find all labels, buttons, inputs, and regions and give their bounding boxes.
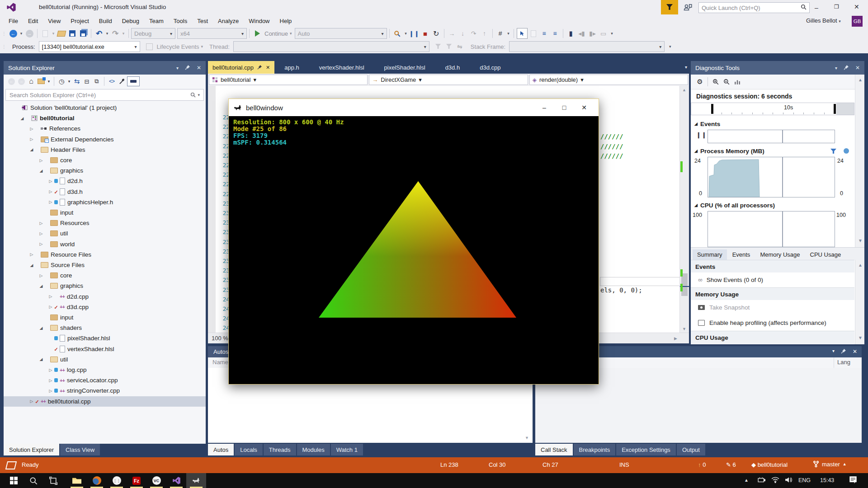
notification-center-icon[interactable] — [849, 476, 857, 485]
lifecycle-label[interactable]: Lifecycle Events — [157, 43, 199, 50]
scroll-down-icon[interactable]: ▼ — [858, 238, 863, 243]
expander-icon[interactable]: ◢ — [29, 263, 34, 267]
tab-autos[interactable]: Autos — [208, 444, 234, 455]
thread-marker-icon[interactable]: ⇋ — [455, 42, 465, 52]
chart-options-icon[interactable] — [732, 77, 742, 87]
tree-item-references[interactable]: ▷References — [4, 123, 206, 134]
edit-count[interactable]: ✎ 6 — [726, 461, 736, 468]
toolbar-grip[interactable]: ⋮ — [2, 31, 6, 36]
expander-icon[interactable]: ▷ — [29, 252, 34, 257]
tree-item-shaders[interactable]: ◢shaders — [4, 323, 206, 333]
autos-name-column[interactable]: Name — [212, 359, 228, 366]
tree-item-source-files[interactable]: ◢Source Files — [4, 260, 206, 270]
summary-scrollbar[interactable]: ▲ ▼ — [855, 260, 864, 344]
se-sync-icon[interactable]: ⇆ — [72, 77, 81, 86]
timeline-ruler[interactable]: 10s — [691, 103, 854, 115]
tray-wifi-icon[interactable] — [771, 477, 779, 484]
menu-edit[interactable]: Edit — [23, 14, 43, 27]
find-caret[interactable]: ▾ — [403, 28, 409, 38]
se-back-icon[interactable]: ← — [7, 77, 16, 86]
expander-icon[interactable]: ▷ — [48, 179, 53, 183]
branch-status[interactable]: master ▲ — [813, 460, 847, 468]
close-icon[interactable]: ✕ — [853, 348, 857, 355]
taskbar-search-icon[interactable] — [24, 473, 43, 488]
toolbar-overflow-caret[interactable]: ▾ — [609, 28, 615, 38]
solution-explorer-header[interactable]: Solution Explorer ▾ ✕ — [4, 61, 206, 75]
expander-icon[interactable]: ▷ — [48, 368, 53, 372]
tray-clock[interactable]: 15:43 — [820, 477, 834, 483]
save-all-icon[interactable] — [78, 28, 88, 38]
stack-frame-dropdown[interactable]: ▾ — [509, 41, 665, 52]
menu-analyze[interactable]: Analyze — [213, 14, 244, 27]
type-scope-dropdown[interactable]: → DirectXGame▾ — [369, 75, 528, 85]
se-history-caret[interactable]: ▾ — [67, 77, 71, 86]
minimize-icon[interactable]: – — [534, 104, 554, 111]
navigate-back-caret[interactable]: ▾ — [19, 28, 24, 38]
diag-tab-memory-usage[interactable]: Memory Usage — [755, 249, 804, 260]
redo-caret[interactable]: ▾ — [121, 28, 126, 38]
auto-dropdown[interactable]: Auto▾ — [295, 28, 387, 39]
menu-window[interactable]: Window — [244, 14, 274, 27]
menu-view[interactable]: View — [43, 14, 66, 27]
scroll-up-icon[interactable]: ▲ — [858, 77, 863, 82]
expander-icon[interactable]: ◢ — [38, 326, 44, 330]
menu-file[interactable]: File — [4, 14, 23, 27]
step-into-icon[interactable]: ↓ — [458, 28, 468, 38]
hex-display-icon[interactable]: # — [495, 28, 505, 38]
expander-icon[interactable]: ◢ — [38, 357, 44, 361]
bell0window-titlebar[interactable]: bell0window – □ ✕ — [229, 99, 599, 116]
tree-item-header-files[interactable]: ◢Header Files — [4, 145, 206, 155]
autos-scroll-down-icon[interactable]: ▼ — [525, 436, 529, 440]
se-pending-caret[interactable]: ▾ — [47, 77, 51, 86]
memory-section-header[interactable]: ◢ Process Memory (MB) — [691, 145, 854, 157]
tree-item-input[interactable]: input — [4, 312, 206, 323]
diag-tab-summary[interactable]: Summary — [693, 249, 727, 260]
se-show-all-files-icon[interactable]: ⧉ — [92, 77, 101, 86]
tab-class-view[interactable]: Class View — [60, 444, 100, 455]
tree-item-pixelshader-hlsl[interactable]: pixelShader.hlsl — [4, 333, 206, 343]
start-button[interactable] — [4, 473, 24, 488]
scroll-up-icon[interactable]: ▲ — [858, 263, 863, 267]
se-view-code-icon[interactable]: <> — [107, 77, 116, 86]
navigate-forward-icon[interactable]: → — [24, 28, 34, 38]
taskbar-vc-app[interactable]: VC — [146, 473, 166, 488]
tree-item-world[interactable]: ▷world — [4, 239, 206, 249]
tree-item-graphics[interactable]: ◢graphics — [4, 281, 206, 291]
menu-tools[interactable]: Tools — [169, 14, 192, 27]
diag-tab-events[interactable]: Events — [728, 249, 755, 260]
diagnostics-scrollbar[interactable]: ▲ ▼ — [855, 75, 864, 247]
tab-call-stack[interactable]: Call Stack — [535, 444, 573, 455]
tree-item-stringconverter-cpp[interactable]: ▷++stringConverter.cpp — [4, 385, 206, 396]
find-icon[interactable] — [392, 28, 402, 38]
tab-locals[interactable]: Locals — [235, 444, 263, 455]
se-collapse-all-icon[interactable]: ⊟ — [82, 77, 91, 86]
expander-icon[interactable]: ◢ — [29, 147, 34, 152]
taskbar-bell0window[interactable] — [186, 473, 206, 488]
expander-icon[interactable]: ▷ — [38, 273, 44, 278]
expander-icon[interactable]: ◢ — [38, 169, 44, 173]
events-section-header[interactable]: ◢ Events — [691, 118, 854, 130]
redo-icon[interactable]: ↷ — [110, 28, 120, 38]
thread-dropdown[interactable]: ▾ — [233, 41, 429, 52]
lifecycle-caret[interactable]: ▾ — [201, 44, 203, 49]
diagnostic-tools-header[interactable]: Diagnostic Tools ▾ ✕ — [691, 61, 864, 75]
hscroll-right-icon[interactable]: ▶ — [674, 336, 677, 341]
pin-icon[interactable] — [257, 64, 262, 71]
expander-icon[interactable]: ▷ — [38, 242, 44, 246]
bookmark-prev-icon[interactable]: ◂▮ — [577, 28, 587, 38]
expander-icon[interactable]: ▷ — [29, 399, 34, 404]
se-properties-icon[interactable] — [117, 77, 126, 86]
document-tab-app-h[interactable]: app.h — [274, 61, 309, 74]
doc-outline-icon[interactable] — [528, 28, 538, 38]
scroll-up-icon[interactable]: ▲ — [682, 88, 686, 92]
document-tab-bell0tutorial-cpp[interactable]: bell0tutorial.cpp✕ — [208, 61, 274, 74]
close-icon[interactable]: ✕ — [197, 65, 201, 71]
zoom-in-icon[interactable] — [711, 77, 721, 87]
taskbar-circle-app[interactable]: ⋮⋮ — [107, 473, 127, 488]
tray-language[interactable]: ENG — [798, 477, 811, 483]
tree-item-vertexshader-hlsl[interactable]: ✓vertexShader.hlsl — [4, 344, 206, 354]
menu-test[interactable]: Test — [192, 14, 213, 27]
editor-vertical-scrollbar[interactable]: ↕ ▲ ▼ — [679, 86, 689, 333]
tree-item-resources[interactable]: ▷Resources — [4, 218, 206, 228]
menu-project[interactable]: Project — [66, 14, 94, 27]
